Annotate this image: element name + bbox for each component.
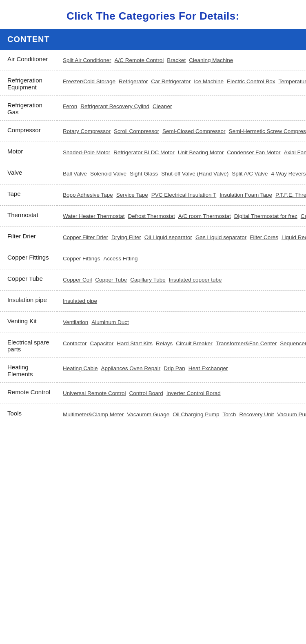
page-title: Click The Categories For Details: (0, 0, 306, 29)
list-item[interactable]: Ice Machine (194, 78, 224, 84)
list-item[interactable]: Digital Thermostat for frez (234, 213, 297, 219)
list-item[interactable]: Electric Control Box (227, 78, 275, 84)
category-items: Heating CableAppliances Oven RepairDrip … (57, 358, 306, 383)
header-cell: CONTENT (0, 29, 306, 50)
category-items: Split Air ConditionerA/C Remote ControlB… (57, 50, 306, 71)
category-name: Electrical spare parts (0, 333, 57, 358)
list-item[interactable]: Refrigerant Recovery Cylind (80, 103, 149, 109)
list-item[interactable]: Hard Start Kits (117, 340, 153, 346)
list-item[interactable]: Bopp Adhesive Tape (63, 192, 113, 198)
list-item[interactable]: P.T.F.E. Thread Seal Tape (275, 192, 306, 198)
list-item[interactable]: Oil Charging Pump (173, 411, 219, 417)
list-item[interactable]: Cleaner (153, 103, 172, 109)
list-item[interactable]: Copper Coil (63, 277, 92, 283)
category-name: Remote Control (0, 383, 57, 404)
list-item[interactable]: Access Fitting (104, 255, 138, 262)
list-item[interactable]: Insulated pipe (63, 298, 97, 304)
list-item[interactable]: Capillary Tube (130, 277, 165, 283)
list-item[interactable]: Universal Remote Control (63, 390, 126, 396)
list-item[interactable]: Copper Filter Drier (63, 234, 108, 240)
category-name: Refrigeration Gas (0, 96, 57, 121)
category-items: Rotary CompressorScroll CompressorSemi-C… (57, 121, 306, 142)
category-name: Valve (0, 163, 57, 184)
table-row: Filter DrierCopper Filter DrierDrying Fi… (0, 227, 306, 248)
list-item[interactable]: Insulation Foam Tape (220, 192, 272, 198)
category-items: Copper Filter DrierDrying FilterOil Liqu… (57, 227, 306, 248)
category-items: Water Heater ThermostatDefrost Thermosta… (57, 206, 306, 227)
category-name: Refrigeration Equipment (0, 71, 57, 96)
list-item[interactable]: Multimeter&Clamp Meter (63, 411, 124, 417)
list-item[interactable]: Heating Cable (63, 365, 98, 371)
list-item[interactable]: Refrigerator BLDC Motor (113, 149, 174, 155)
category-items: Bopp Adhesive TapeService TapePVC Electr… (57, 184, 306, 206)
list-item[interactable]: Refrigerator (119, 78, 148, 84)
list-item[interactable]: Contactor (63, 340, 87, 346)
list-item[interactable]: Torch (222, 411, 236, 417)
list-item[interactable]: Capacitor (90, 340, 114, 346)
list-item[interactable]: Circuit Breaker (176, 340, 212, 346)
category-items: Universal Remote ControlControl BoardInv… (57, 383, 306, 404)
list-item[interactable]: 4-Way Reversing Valve (271, 171, 306, 177)
category-name: Venting Kit (0, 312, 57, 333)
list-item[interactable]: A/C room Thermostat (178, 213, 231, 219)
list-item[interactable]: Insulated copper tube (169, 277, 222, 283)
list-item[interactable]: Heat Exchanger (188, 365, 228, 371)
list-item[interactable]: Copper Tube (95, 277, 127, 283)
list-item[interactable]: Bracket (167, 57, 186, 63)
list-item[interactable]: Freezer/Cold Storage (63, 78, 115, 84)
list-item[interactable]: Sight Glass (130, 171, 158, 177)
list-item[interactable]: Split Air Conditioner (63, 57, 111, 63)
list-item[interactable]: Oil Liquid separator (144, 234, 192, 240)
list-item[interactable]: Split A/C Valve (232, 171, 268, 177)
list-item[interactable]: Aluminum Duct (91, 319, 129, 325)
list-item[interactable]: Copper Fittings (63, 255, 100, 262)
list-item[interactable]: Temperature Recorder (278, 78, 306, 84)
list-item[interactable]: Rotary Compressor (63, 128, 111, 134)
category-name: Air Conditioner (0, 50, 57, 71)
list-item[interactable]: A/C Remote Control (115, 57, 164, 63)
table-row: Venting KitVentilationAluminum Duct (0, 312, 306, 333)
list-item[interactable]: Shut-off Valve (Hand Valve) (161, 171, 228, 177)
table-row: ThermostatWater Heater ThermostatDefrost… (0, 206, 306, 227)
list-item[interactable]: Ball Valve (63, 171, 87, 177)
list-item[interactable]: Relays (156, 340, 173, 346)
list-item[interactable]: Condenser Fan Motor (227, 149, 280, 155)
list-item[interactable]: Capillary Thermostat (301, 213, 306, 219)
content-table: CONTENT (0, 29, 306, 50)
list-item[interactable]: Gas Liquid separator (195, 234, 246, 240)
list-item[interactable]: Recovery Unit (239, 411, 274, 417)
list-item[interactable]: Appliances Oven Repair (101, 365, 161, 371)
list-item[interactable]: Filter Cores (250, 234, 278, 240)
category-items: Multimeter&Clamp MeterVacaumm GuageOil C… (57, 404, 306, 425)
list-item[interactable]: Axial Fan (284, 149, 306, 155)
list-item[interactable]: Semi-Closed Compressor (162, 128, 226, 134)
list-item[interactable]: Defrost Thermostat (128, 213, 175, 219)
list-item[interactable]: Ventilation (63, 319, 88, 325)
list-item[interactable]: Semi-Hermetic Screw Compres (229, 128, 306, 134)
list-item[interactable]: Unit Bearing Motor (178, 149, 224, 155)
list-item[interactable]: Drip Pan (164, 365, 185, 371)
list-item[interactable]: Cleaning Machine (189, 57, 233, 63)
table-row: Heating ElementsHeating CableAppliances … (0, 358, 306, 383)
list-item[interactable]: Sequencer&Timer Delay (280, 340, 306, 346)
list-item[interactable]: Control Board (129, 390, 163, 396)
list-item[interactable]: Solenoid Valve (90, 171, 126, 177)
list-item[interactable]: Service Tape (116, 192, 148, 198)
list-item[interactable]: Feron (63, 103, 77, 109)
list-item[interactable]: Vacaumm Guage (127, 411, 169, 417)
list-item[interactable]: Water Heater Thermostat (63, 213, 125, 219)
table-row: Electrical spare partsContactorCapacitor… (0, 333, 306, 358)
table-row: Insulation pipeInsulated pipe (0, 291, 306, 312)
list-item[interactable]: Liquid Receiver (282, 234, 306, 240)
list-item[interactable]: Drying Filter (111, 234, 141, 240)
list-item[interactable]: Shaded-Pole Motor (63, 149, 110, 155)
list-item[interactable]: Vacuum Pump (277, 411, 306, 417)
category-name: Tools (0, 404, 57, 425)
list-item[interactable]: Scroll Compressor (114, 128, 159, 134)
category-name: Copper Fittings (0, 248, 57, 269)
list-item[interactable]: Car Refrigerator (151, 78, 191, 84)
list-item[interactable]: Transformer&Fan Center (216, 340, 277, 346)
list-item[interactable]: PVC Electrical Insulation T (151, 192, 217, 198)
table-row: Air ConditionerSplit Air ConditionerA/C … (0, 50, 306, 71)
list-item[interactable]: Inverter Control Borad (166, 390, 221, 396)
